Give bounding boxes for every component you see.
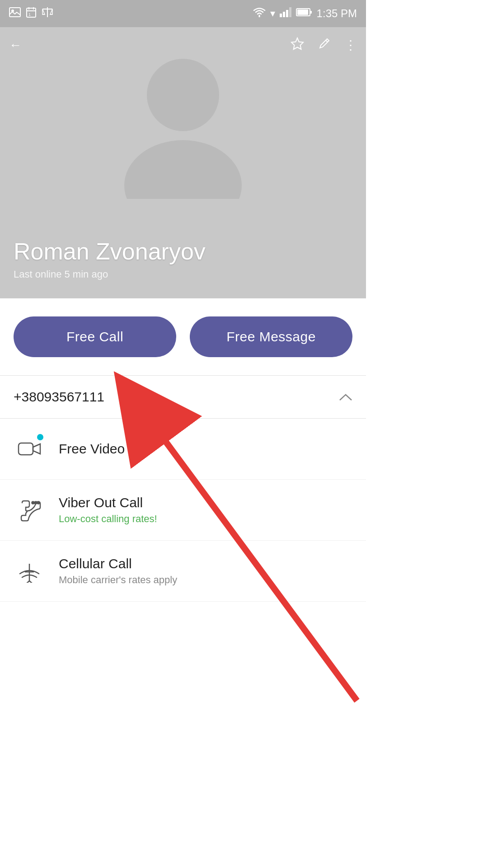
svg-text:1: 1 (28, 12, 31, 17)
call-options-list: Free Video Call Viber Out Call Low-cost … (0, 419, 366, 602)
svg-line-28 (29, 581, 35, 583)
viber-out-call-icon (14, 494, 45, 526)
status-bar-right: ▾ 1:35 PM (253, 7, 357, 20)
svg-line-27 (24, 581, 29, 583)
status-bar-left: 1 (9, 6, 53, 21)
cellular-call-icon (14, 555, 45, 587)
battery-icon (296, 8, 312, 19)
svg-point-22 (32, 502, 34, 504)
svg-point-19 (147, 59, 219, 131)
svg-rect-21 (19, 443, 33, 455)
free-call-button[interactable]: Free Call (14, 316, 176, 357)
scale-status-icon (42, 6, 53, 21)
data-down-icon: ▾ (270, 8, 275, 19)
viber-out-call-option[interactable]: Viber Out Call Low-cost calling rates! (0, 480, 366, 541)
contact-status: Last online 5 min ago (14, 269, 352, 280)
viber-out-call-subtitle: Low-cost calling rates! (59, 513, 157, 525)
viber-out-call-text: Viber Out Call Low-cost calling rates! (59, 495, 157, 525)
svg-point-20 (124, 140, 242, 199)
free-message-button[interactable]: Free Message (190, 316, 352, 357)
contact-name: Roman Zvonaryov (14, 238, 352, 265)
free-video-call-title: Free Video Call (59, 441, 152, 457)
cellular-call-subtitle: Mobile carrier's rates apply (59, 574, 177, 586)
svg-line-18 (326, 40, 328, 42)
signal-bars-icon (280, 7, 291, 20)
svg-rect-2 (27, 8, 36, 17)
header-actions-right: ⋮ (290, 36, 357, 54)
svg-rect-17 (310, 11, 312, 14)
status-bar: 1 (0, 0, 366, 27)
free-video-call-option[interactable]: Free Video Call (0, 419, 366, 480)
header-actions: ← ⋮ (9, 36, 357, 54)
calendar-status-icon: 1 (26, 7, 36, 20)
time-display: 1:35 PM (317, 7, 357, 20)
video-call-icon (14, 433, 45, 465)
contact-header: ← ⋮ Roman Zvonaryov (0, 27, 366, 298)
phone-number: +38093567111 (14, 389, 104, 405)
action-buttons-section: Free Call Free Message (0, 298, 366, 375)
svg-rect-13 (286, 10, 288, 17)
chevron-up-icon (339, 390, 352, 404)
svg-rect-16 (297, 9, 308, 15)
wifi-icon (253, 7, 266, 20)
cellular-call-title: Cellular Call (59, 556, 177, 571)
cellular-call-text: Cellular Call Mobile carrier's rates app… (59, 556, 177, 586)
back-button[interactable]: ← (9, 38, 22, 52)
page-content: 1 (0, 0, 366, 602)
edit-button[interactable] (318, 37, 331, 53)
viber-out-call-title: Viber Out Call (59, 495, 157, 510)
phone-section[interactable]: +38093567111 (0, 375, 366, 419)
svg-rect-14 (289, 7, 291, 17)
svg-rect-11 (280, 14, 282, 17)
svg-point-24 (38, 502, 40, 504)
favorite-button[interactable] (290, 36, 305, 54)
svg-rect-12 (283, 12, 285, 17)
cellular-call-option[interactable]: Cellular Call Mobile carrier's rates app… (0, 541, 366, 602)
notification-dot (37, 434, 43, 440)
free-video-call-text: Free Video Call (59, 441, 152, 457)
svg-point-23 (35, 502, 37, 504)
image-status-icon (9, 7, 21, 20)
more-options-button[interactable]: ⋮ (344, 38, 357, 52)
avatar-silhouette (120, 54, 246, 199)
